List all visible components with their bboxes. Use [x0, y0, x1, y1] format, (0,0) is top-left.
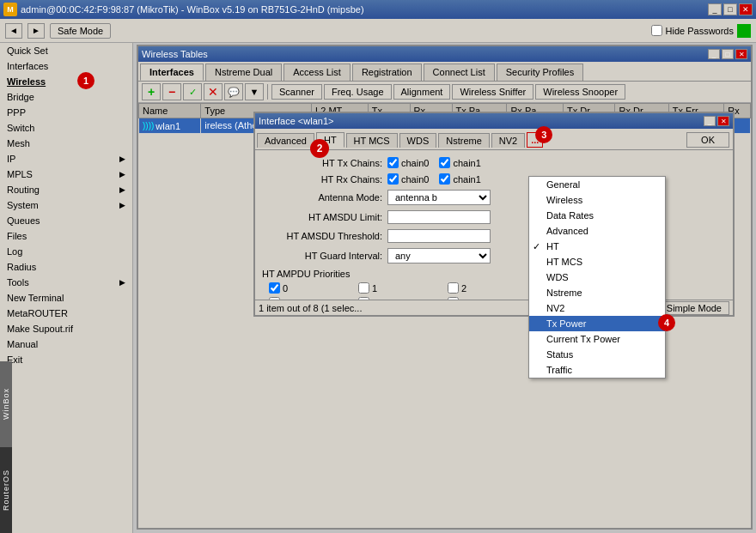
sidebar-item-tools[interactable]: Tools ▶: [0, 275, 132, 290]
ampdu-0-label: 0: [283, 283, 288, 294]
annotation-4: 4: [658, 314, 675, 331]
sidebar-item-metarouter[interactable]: MetaROUTER: [0, 306, 132, 321]
tab-connect-list[interactable]: Connect List: [424, 64, 495, 81]
sidebar-item-make-supout[interactable]: Make Supout.rif: [0, 321, 132, 336]
tab-nstreme[interactable]: Nstreme: [438, 133, 490, 148]
dropdown-item-tx-power[interactable]: Tx Power 4: [529, 316, 665, 331]
routeros-vertical-label: RouterOS: [0, 447, 12, 533]
sidebar-item-mesh[interactable]: Mesh: [0, 136, 132, 151]
dialog-close-btn[interactable]: ✕: [717, 116, 729, 126]
ht-amsdu-limit-input[interactable]: 8192: [387, 210, 491, 224]
app-icon: M: [3, 3, 17, 16]
sidebar-item-ip[interactable]: IP ▶: [0, 151, 132, 167]
dropdown-item-status[interactable]: Status: [529, 347, 665, 362]
hide-passwords-area: Hide Passwords: [651, 24, 751, 38]
sidebar-item-system[interactable]: System ▶: [0, 197, 132, 213]
dropdown-item-general[interactable]: General: [529, 177, 665, 192]
dropdown-item-nstreme[interactable]: Nstreme: [529, 285, 665, 300]
ampdu-1-checkbox[interactable]: [358, 282, 369, 294]
ht-amsdu-threshold-input[interactable]: 8192: [387, 229, 491, 243]
wireless-sniffer-button[interactable]: Wireless Sniffer: [452, 84, 533, 100]
dropdown-item-advanced[interactable]: Advanced: [529, 223, 665, 239]
dropdown-item-data-rates[interactable]: Data Rates: [529, 208, 665, 223]
disable-button[interactable]: ✕: [204, 83, 223, 100]
ht-guard-interval-select[interactable]: any: [387, 248, 491, 263]
tab-nv2[interactable]: NV2: [491, 133, 525, 148]
dropdown-item-nv2[interactable]: NV2: [529, 300, 665, 316]
sidebar-item-wireless[interactable]: Wireless 1: [0, 74, 132, 89]
interface-dialog-title: Interface <wlan1>: [259, 116, 702, 126]
sidebar-item-radius[interactable]: Radius: [0, 259, 132, 275]
more-tabs-button[interactable]: ... 3: [527, 132, 543, 148]
tab-ht-mcs[interactable]: HT MCS: [346, 133, 398, 148]
winbox-vertical-label: WinBox: [0, 361, 12, 447]
tab-advanced[interactable]: Advanced: [257, 133, 314, 148]
title-bar: M admin@00:0C:42:F9:98:87 (MikroTik) - W…: [0, 0, 756, 19]
simple-mode-button[interactable]: Simple Mode: [659, 301, 729, 315]
alignment-button[interactable]: Alignment: [393, 84, 451, 100]
minimize-button[interactable]: _: [708, 3, 722, 15]
maximize-button[interactable]: □: [723, 3, 737, 15]
ht-rx-chain0-checkbox[interactable]: [387, 173, 399, 185]
dropdown-item-ht[interactable]: ✓ HT: [529, 239, 665, 254]
ampdu-0-checkbox[interactable]: [269, 282, 280, 294]
hide-passwords-checkbox[interactable]: [651, 25, 662, 36]
tab-security-profiles[interactable]: Security Profiles: [497, 64, 583, 81]
sidebar-item-exit[interactable]: Exit: [0, 352, 132, 367]
sidebar-item-routing[interactable]: Routing ▶: [0, 182, 132, 197]
wt-close-btn[interactable]: ✕: [735, 49, 747, 59]
wt-maximize-btn[interactable]: □: [722, 49, 734, 59]
ht-tx-chain0-checkbox[interactable]: [387, 157, 399, 168]
sidebar-item-bridge[interactable]: Bridge: [0, 89, 132, 105]
ht-rx-chain1-checkbox[interactable]: [439, 173, 450, 185]
ok-button[interactable]: OK: [686, 132, 729, 148]
ht-checkmark: ✓: [533, 241, 540, 252]
tab-registration[interactable]: Registration: [352, 64, 422, 81]
wireless-tables-titlebar: Wireless Tables _ □ ✕: [138, 46, 751, 62]
ht-tx-chain1-checkbox[interactable]: [439, 157, 450, 168]
sidebar-item-switch[interactable]: Switch: [0, 120, 132, 136]
comment-button[interactable]: 💬: [224, 83, 243, 100]
ampdu-2-label: 2: [461, 283, 466, 294]
enable-button[interactable]: ✓: [183, 83, 202, 100]
sidebar-item-quickset[interactable]: Quick Set: [0, 43, 132, 58]
main-layout: Quick Set Interfaces Wireless 1 Bridge P…: [0, 43, 756, 533]
ampdu-1-label: 1: [372, 283, 377, 294]
sidebar-item-interfaces[interactable]: Interfaces: [0, 58, 132, 74]
wt-minimize-btn[interactable]: _: [708, 49, 720, 59]
dropdown-item-ht-mcs[interactable]: HT MCS: [529, 254, 665, 270]
sidebar-item-queues[interactable]: Queues: [0, 213, 132, 228]
dropdown-item-current-tx-power[interactable]: Current Tx Power: [529, 331, 665, 347]
antenna-mode-select[interactable]: antenna b: [387, 190, 491, 205]
sidebar-item-log[interactable]: Log: [0, 244, 132, 259]
sidebar-item-mpls[interactable]: MPLS ▶: [0, 167, 132, 182]
back-button[interactable]: ◄: [5, 23, 22, 39]
sidebar-item-files[interactable]: Files: [0, 228, 132, 244]
freq-usage-button[interactable]: Freq. Usage: [324, 84, 392, 100]
dialog-minimize-btn[interactable]: _: [704, 116, 716, 126]
add-button[interactable]: +: [142, 83, 161, 100]
filter-button[interactable]: ▼: [245, 83, 264, 100]
wireless-snooper-button[interactable]: Wireless Snooper: [535, 84, 625, 100]
remove-button[interactable]: −: [162, 83, 181, 100]
tab-access-list[interactable]: Access List: [284, 64, 351, 81]
antenna-mode-label: Antenna Mode:: [262, 192, 382, 203]
safe-mode-button[interactable]: Safe Mode: [50, 23, 111, 39]
forward-button[interactable]: ►: [27, 23, 45, 39]
dropdown-item-traffic[interactable]: Traffic: [529, 362, 665, 378]
close-button[interactable]: ✕: [739, 3, 753, 15]
tab-wds[interactable]: WDS: [399, 133, 437, 148]
dropdown-menu: General Wireless Data Rates Advanced ✓ H…: [528, 176, 666, 379]
ht-tx-chain0-label: chain0: [401, 158, 429, 168]
scanner-button[interactable]: Scanner: [271, 84, 322, 100]
hide-passwords-label: Hide Passwords: [666, 26, 734, 36]
dropdown-item-wireless[interactable]: Wireless: [529, 192, 665, 208]
interface-dialog-titlebar: Interface <wlan1> _ ✕: [255, 113, 733, 129]
tab-nstreme-dual[interactable]: Nstreme Dual: [205, 64, 282, 81]
dropdown-item-wds[interactable]: WDS: [529, 270, 665, 285]
tab-interfaces[interactable]: Interfaces: [140, 64, 204, 81]
ampdu-2-checkbox[interactable]: [448, 282, 459, 294]
sidebar-item-manual[interactable]: Manual: [0, 336, 132, 352]
sidebar-item-new-terminal[interactable]: New Terminal: [0, 290, 132, 306]
sidebar-item-ppp[interactable]: PPP: [0, 105, 132, 120]
